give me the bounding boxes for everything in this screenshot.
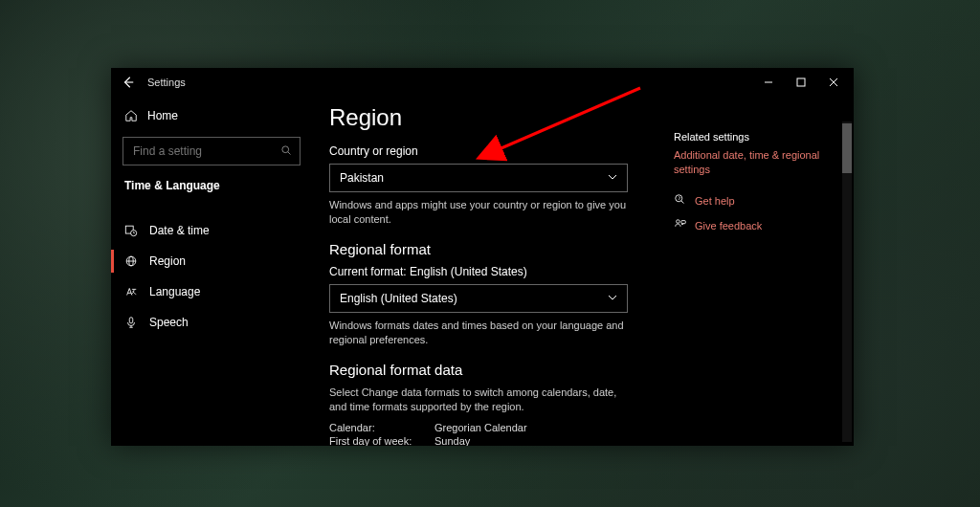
settings-window: Settings Home [111, 68, 854, 446]
sidebar-item-speech[interactable]: Speech [111, 307, 312, 338]
related-link-additional[interactable]: Additional date, time & regional setting… [674, 148, 846, 178]
data-key: First day of week: [329, 435, 434, 446]
regional-data-heading: Regional format data [329, 362, 657, 378]
sidebar-item-label: Speech [149, 316, 189, 329]
country-help-text: Windows and apps might use your country … [329, 198, 626, 228]
vertical-scrollbar[interactable] [842, 121, 852, 442]
main-content: Region Country or region Pakistan Window… [312, 97, 674, 446]
svg-rect-1 [797, 78, 805, 86]
search-input[interactable] [131, 143, 280, 159]
language-icon [124, 285, 138, 298]
data-value: Gregorian Calendar [434, 422, 527, 433]
svg-rect-11 [129, 318, 133, 323]
maximize-button[interactable] [785, 69, 817, 96]
page-title: Region [329, 104, 657, 131]
minimize-button[interactable] [752, 69, 785, 96]
feedback-icon [674, 218, 687, 233]
get-help-link[interactable]: Get help [674, 193, 846, 209]
data-key: Calendar: [329, 422, 434, 433]
home-icon [124, 109, 138, 122]
current-format-label: Current format: English (United States) [329, 265, 657, 278]
titlebar: Settings [111, 68, 854, 97]
globe-icon [124, 254, 138, 268]
format-value: English (United States) [340, 292, 457, 305]
window-title: Settings [147, 77, 186, 88]
scrollbar-thumb[interactable] [842, 123, 852, 173]
svg-point-4 [282, 145, 289, 152]
close-button[interactable] [817, 69, 850, 96]
sidebar-item-label: Region [149, 254, 186, 268]
back-button[interactable] [115, 69, 142, 96]
svg-point-12 [676, 195, 682, 202]
desktop-background: Settings Home [0, 0, 980, 507]
svg-line-5 [288, 151, 291, 154]
svg-point-13 [677, 220, 680, 224]
search-input-wrapper[interactable] [122, 137, 301, 165]
give-feedback-link[interactable]: Give feedback [674, 218, 846, 233]
window-controls [752, 69, 850, 96]
country-label: Country or region [329, 144, 657, 158]
sidebar-nav-list: Date & time Region Language [111, 215, 312, 338]
data-row: First day of week: Sunday [329, 435, 657, 446]
regional-format-heading: Regional format [329, 241, 657, 257]
country-value: Pakistan [340, 171, 384, 185]
data-row: Calendar: Gregorian Calendar [329, 422, 657, 433]
help-icon [674, 193, 687, 209]
home-label: Home [147, 109, 178, 122]
chevron-down-icon [608, 171, 617, 185]
country-dropdown[interactable]: Pakistan [329, 164, 628, 192]
sidebar: Home Time & Language Date & time [111, 97, 312, 446]
home-nav[interactable]: Home [111, 100, 312, 131]
search-icon [280, 144, 292, 159]
sidebar-item-date-time[interactable]: Date & time [111, 215, 312, 246]
sidebar-item-label: Date & time [149, 224, 210, 237]
back-arrow-icon [122, 76, 135, 89]
regional-data-help: Select Change data formats to switch amo… [329, 386, 626, 415]
give-feedback-label: Give feedback [695, 220, 762, 231]
sidebar-section-label: Time & Language [111, 175, 312, 202]
svg-rect-14 [681, 220, 685, 223]
sidebar-item-region[interactable]: Region [111, 246, 312, 276]
related-panel: Related settings Additional date, time &… [674, 97, 854, 446]
format-help-text: Windows formats dates and times based on… [329, 319, 626, 348]
calendar-clock-icon [124, 224, 138, 237]
sidebar-item-language[interactable]: Language [111, 276, 312, 307]
microphone-icon [124, 316, 138, 329]
related-heading: Related settings [674, 131, 846, 143]
format-dropdown[interactable]: English (United States) [329, 284, 628, 313]
data-value: Sunday [434, 435, 470, 446]
get-help-label: Get help [695, 195, 735, 207]
window-body: Home Time & Language Date & time [111, 97, 854, 446]
chevron-down-icon [608, 292, 617, 305]
sidebar-item-label: Language [149, 285, 200, 298]
